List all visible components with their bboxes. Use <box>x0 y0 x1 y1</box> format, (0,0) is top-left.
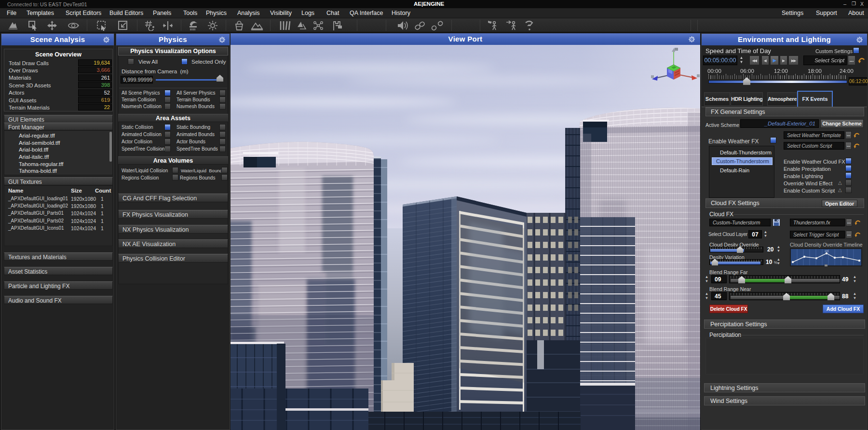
svg-text:100: 100 <box>825 250 829 252</box>
